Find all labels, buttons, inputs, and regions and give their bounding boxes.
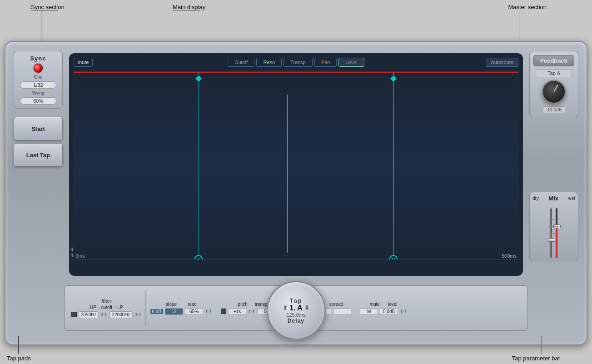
slope-label-row: slope reso — [166, 302, 196, 307]
display-tabs: Cutoff Reso Transp Pan Level — [96, 58, 496, 67]
tab-transp[interactable]: Transp — [284, 58, 313, 67]
main-display-annotation: Main display — [173, 4, 205, 10]
tap-delay-circle[interactable]: Tap ⬆ 1. A ⬇ 125.0ms Delay — [267, 281, 326, 340]
slope-reso-row: 6 dB 12 65% ⬆⬇ — [150, 308, 213, 315]
filter-high-arrow: ⬆⬇ — [134, 312, 142, 317]
filter-arrow: ⬆⬇ — [100, 312, 108, 317]
tap-circle-a[interactable]: A — [194, 255, 203, 260]
level-arrow: ⬆⬇ — [400, 309, 407, 314]
db-display: -13.0dB — [542, 106, 565, 113]
mute-level-labels: mute level — [370, 302, 398, 307]
main-device: Sync Grid 1/32 Swing 50% Start Last Tap … — [5, 41, 587, 345]
timeline-marker-a[interactable] — [199, 72, 199, 259]
sync-section: Sync Grid 1/32 Swing 50% — [14, 51, 63, 109]
master-section-annotation: Master section — [508, 4, 547, 10]
tap-selector[interactable]: ⬆ 1. A ⬇ — [283, 304, 309, 312]
mix-label: Mix — [548, 195, 558, 202]
level-label: level — [388, 302, 398, 307]
filter-type-row: HP – cutoff – LP — [90, 305, 123, 310]
tab-pan[interactable]: Pan — [314, 58, 337, 67]
sync-ann-hline — [31, 10, 58, 10]
spread-val[interactable]: -- — [333, 308, 351, 315]
level-val[interactable]: 0.0dB — [380, 308, 398, 315]
filter-group: filter HP – cutoff – LP 2050Hz ⬆⬇ 22000H… — [70, 290, 146, 326]
time-end-label: 500ms — [502, 253, 517, 259]
tab-reso[interactable]: Reso — [256, 58, 282, 67]
mix-sliders — [550, 204, 557, 258]
mute-m-btn[interactable]: M — [360, 308, 378, 315]
tap-ms-value: 125.0ms — [286, 312, 305, 318]
slope-db: 6 dB — [150, 309, 164, 314]
mute-label-bottom: mute — [370, 302, 380, 307]
handle-b[interactable] — [390, 75, 397, 82]
sync-section-annotation: Sync section — [31, 4, 65, 10]
feedback-button[interactable]: Feedback — [533, 55, 574, 66]
mix-section: dry Mix wet — [529, 192, 578, 261]
reso-arrow: ⬆⬇ — [205, 309, 212, 314]
mute-level-controls: M 0.0dB ⬆⬇ — [360, 308, 407, 315]
wet-label: wet — [568, 196, 575, 201]
tap-parameter-bar-annotation: Tap parameter bar — [512, 355, 560, 362]
transp-label: transp — [255, 302, 268, 307]
timeline-marker-b[interactable] — [393, 72, 394, 259]
reso-value[interactable]: 65% — [185, 308, 203, 315]
delay-label: Delay — [288, 318, 304, 324]
pitch-led[interactable] — [221, 309, 226, 314]
pitch-arrow: ⬆⬇ — [248, 309, 255, 314]
spread-label: spread — [329, 302, 343, 307]
sync-led[interactable] — [34, 64, 43, 73]
handle-a[interactable] — [195, 75, 201, 82]
filter-high-field[interactable]: 22000Hz — [109, 311, 132, 318]
swing-value[interactable]: 50% — [20, 97, 56, 105]
dry-label: dry — [532, 196, 539, 201]
filter-led[interactable] — [71, 312, 77, 317]
master-section: Feedback Tap A -13.0dB — [529, 51, 578, 117]
swing-label: Swing — [32, 90, 44, 95]
tapbar-ann-line — [542, 336, 542, 354]
filter-label: filter — [101, 299, 111, 304]
pitch-transp-labels: pitch transp — [238, 302, 268, 307]
pitch-label: pitch — [238, 302, 248, 307]
start-button[interactable]: Start — [14, 117, 63, 140]
slope-reso-group: slope reso 6 dB 12 65% ⬆⬇ — [149, 290, 217, 326]
slope-num[interactable]: 12 — [165, 308, 183, 315]
sync-ann-line — [41, 10, 41, 43]
tap-a-display: Tap A — [536, 69, 572, 77]
filter-controls: 2050Hz ⬆⬇ 22000Hz ⬆⬇ — [71, 311, 142, 318]
time-start-label: 0ms — [75, 253, 85, 259]
sync-label: Sync — [30, 55, 46, 62]
tap-pads-annotation: Tap pads — [7, 355, 31, 362]
mix-label-row: dry Mix wet — [532, 195, 575, 202]
tap-buttons-area: Start Last Tap — [14, 117, 63, 167]
timeline-redline — [74, 72, 518, 73]
reso-label: reso — [188, 302, 196, 307]
mute-label[interactable]: mute — [74, 58, 93, 67]
filter-type: HP – cutoff – LP — [90, 305, 123, 310]
tap-circle-b[interactable]: B — [389, 255, 398, 260]
filter-low-field[interactable]: 2050Hz — [79, 311, 99, 318]
time-signature: 4 4 — [70, 247, 73, 259]
slope-label: slope — [166, 302, 177, 307]
tap-label: Tap — [289, 297, 302, 304]
mute-level-group: mute level M 0.0dB ⬆⬇ — [359, 290, 411, 326]
feedback-knob[interactable] — [542, 80, 566, 104]
grid-label: Grid — [34, 75, 43, 80]
master-ann-line — [519, 10, 519, 43]
timeline-playhead — [287, 95, 288, 253]
tappads-ann-line — [18, 336, 19, 354]
main-ann-hline — [173, 10, 200, 10]
grid-value[interactable]: 1/32 — [20, 81, 56, 89]
last-tap-button[interactable]: Last Tap — [14, 143, 63, 167]
tab-level[interactable]: Level — [338, 58, 364, 67]
tab-cutoff[interactable]: Cutoff — [228, 58, 254, 67]
main-ann-line — [182, 10, 182, 43]
pitch-val[interactable]: +1s — [228, 308, 246, 315]
main-display: mute Cutoff Reso Transp Pan Level Autozo… — [69, 53, 523, 276]
timeline-area: A B — [74, 71, 518, 260]
